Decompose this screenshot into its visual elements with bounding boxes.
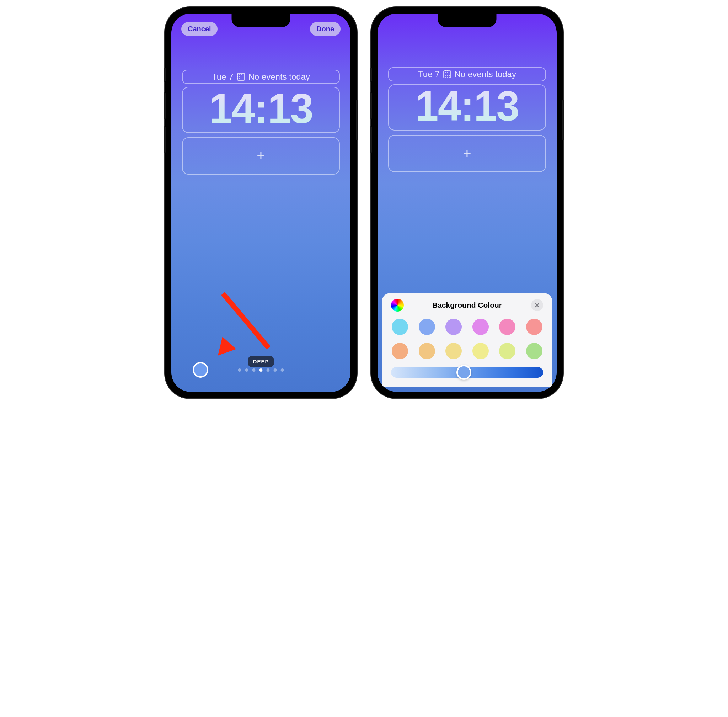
phone-frame-left: Cancel Done Tue 7 No events today 14:13 … xyxy=(165,7,357,398)
background-color-button[interactable] xyxy=(193,362,208,378)
close-button[interactable]: ✕ xyxy=(531,299,543,311)
swatch-row-2 xyxy=(390,343,545,359)
events-text: No events today xyxy=(248,72,310,82)
time-display: 14:13 xyxy=(396,85,538,127)
date-text: Tue 7 xyxy=(212,72,233,82)
background-colour-sheet: Background Colour ✕ xyxy=(382,293,552,387)
color-swatch[interactable] xyxy=(419,319,435,335)
color-swatch[interactable] xyxy=(499,343,515,359)
page-dot xyxy=(238,368,241,372)
page-dot xyxy=(267,368,270,372)
style-pagination[interactable] xyxy=(238,368,284,372)
page-dot-active xyxy=(259,368,263,372)
page-dot xyxy=(274,368,277,372)
slider-thumb[interactable] xyxy=(457,365,471,380)
color-swatch[interactable] xyxy=(526,343,542,359)
lock-screen-editor: Cancel Done Tue 7 No events today 14:13 … xyxy=(171,14,350,392)
page-dot xyxy=(245,368,248,372)
color-swatch[interactable] xyxy=(472,319,489,335)
calendar-icon xyxy=(443,70,451,78)
color-swatch[interactable] xyxy=(445,343,462,359)
color-swatch[interactable] xyxy=(472,343,489,359)
power-button xyxy=(562,99,565,140)
plus-icon: + xyxy=(257,148,265,164)
color-swatch[interactable] xyxy=(419,343,435,359)
volume-up-button xyxy=(370,93,372,119)
add-widget-slot[interactable]: + xyxy=(182,137,340,175)
color-picker-button[interactable] xyxy=(391,299,404,311)
close-icon: ✕ xyxy=(534,301,540,310)
color-swatch[interactable] xyxy=(499,319,515,335)
page-dot xyxy=(281,368,284,372)
time-display: 14:13 xyxy=(190,87,332,130)
phone-frame-right: Tue 7 No events today 14:13 + Background… xyxy=(371,7,563,398)
color-swatch[interactable] xyxy=(445,319,462,335)
cancel-button[interactable]: Cancel xyxy=(181,22,218,36)
mute-switch xyxy=(370,67,372,82)
lock-screen-editor: Tue 7 No events today 14:13 + Background… xyxy=(378,14,557,392)
volume-up-button xyxy=(163,93,166,119)
calendar-icon xyxy=(237,73,245,81)
color-swatch[interactable] xyxy=(392,319,408,335)
plus-icon: + xyxy=(463,145,471,162)
volume-down-button xyxy=(163,126,166,153)
done-button[interactable]: Done xyxy=(310,22,341,36)
time-widget-slot[interactable]: 14:13 xyxy=(182,87,340,133)
notch xyxy=(438,14,497,27)
power-button xyxy=(356,99,358,140)
page-dot xyxy=(252,368,256,372)
mute-switch xyxy=(163,67,166,82)
annotation-arrow xyxy=(223,291,294,296)
sheet-title: Background Colour xyxy=(432,301,502,310)
notch xyxy=(232,14,291,27)
color-swatch[interactable] xyxy=(392,343,408,359)
color-swatch[interactable] xyxy=(526,319,542,335)
date-widget-slot[interactable]: Tue 7 No events today xyxy=(388,67,546,81)
shade-slider[interactable] xyxy=(391,367,543,378)
events-text: No events today xyxy=(455,69,516,79)
date-text: Tue 7 xyxy=(418,69,439,79)
swatch-row-1 xyxy=(390,319,545,335)
date-widget-slot[interactable]: Tue 7 No events today xyxy=(182,70,340,84)
add-widget-slot[interactable]: + xyxy=(388,135,546,172)
time-widget-slot[interactable]: 14:13 xyxy=(388,84,546,131)
volume-down-button xyxy=(370,126,372,153)
